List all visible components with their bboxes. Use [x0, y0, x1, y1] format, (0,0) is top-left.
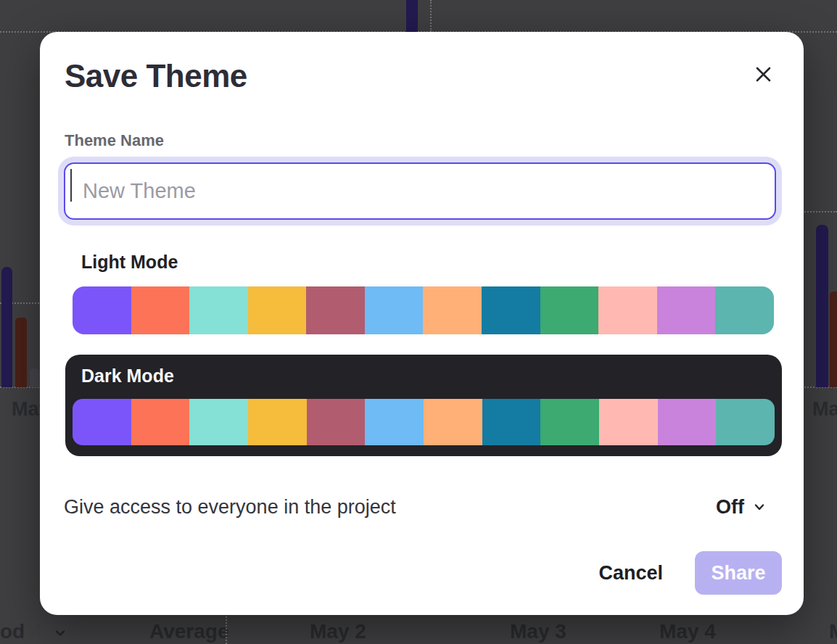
dark-mode-label: Dark Mode [81, 366, 174, 387]
close-button[interactable] [749, 59, 778, 88]
access-label: Give access to everyone in the project [64, 496, 396, 519]
x-axis-label-may3: May 3 [510, 620, 566, 643]
x-axis-label-average: Average [149, 620, 228, 643]
palette-swatch-coral [131, 399, 190, 445]
palette-swatch-seafoam [716, 399, 775, 445]
text-caret [70, 169, 72, 202]
palette-swatch-pink [598, 286, 657, 334]
light-mode-label: Light Mode [81, 252, 178, 273]
access-row: Give access to everyone in the project O… [64, 491, 767, 523]
close-icon [754, 65, 773, 84]
x-axis-label-right: Ma [812, 398, 837, 421]
chevron-down-icon [752, 500, 767, 514]
x-axis-label-may4: May 4 [659, 620, 716, 643]
palette-swatch-green [540, 286, 599, 334]
chart-bar [15, 318, 27, 387]
dialog-footer: Cancel Share [594, 551, 782, 595]
palette-swatch-sky-blue [365, 286, 424, 334]
palette-swatch-rose [307, 399, 366, 445]
palette-swatch-violet [73, 399, 131, 445]
chart-bar [1, 267, 12, 387]
chart-bar [406, 0, 418, 32]
palette-swatch-aqua [189, 399, 248, 445]
period-selector-label: od [0, 620, 25, 643]
chevron-down-icon [54, 627, 67, 640]
palette-swatch-pink [599, 399, 658, 445]
palette-swatch-ocean [482, 399, 541, 445]
palette-swatch-aqua [189, 286, 248, 334]
dark-mode-palette [73, 399, 775, 445]
palette-swatch-peach [423, 286, 482, 334]
palette-swatch-green [540, 399, 599, 445]
palette-swatch-amber [248, 399, 307, 445]
theme-name-input[interactable] [64, 162, 776, 220]
period-selector-number: 4 [30, 620, 42, 643]
dialog-title: Save Theme [65, 58, 247, 94]
palette-swatch-seafoam [715, 286, 774, 334]
dark-mode-preview: Dark Mode [65, 355, 782, 456]
access-value: Off [716, 496, 744, 519]
period-selector[interactable]: od 4 [0, 620, 67, 643]
palette-swatch-violet [73, 286, 131, 334]
chart-bar [830, 292, 837, 387]
access-toggle-dropdown[interactable]: Off [716, 496, 767, 519]
light-mode-palette [73, 286, 774, 334]
column-divider-top [430, 0, 432, 32]
cancel-button[interactable]: Cancel [594, 562, 667, 585]
palette-swatch-orchid [658, 399, 717, 445]
chart-bar [30, 368, 39, 387]
x-axis-label-may5-fragment: M [829, 620, 837, 643]
theme-name-label: Theme Name [65, 131, 164, 150]
axis-divider [226, 614, 227, 644]
save-theme-dialog: Save Theme Theme Name Light Mode Dark Mo… [40, 32, 804, 615]
palette-swatch-coral [131, 286, 190, 334]
share-button[interactable]: Share [695, 551, 782, 595]
palette-swatch-orchid [657, 286, 716, 334]
palette-swatch-amber [248, 286, 307, 334]
palette-swatch-ocean [482, 286, 540, 334]
theme-name-focus-ring [58, 157, 782, 226]
palette-swatch-rose [306, 286, 365, 334]
palette-swatch-sky-blue [365, 399, 424, 445]
x-axis-label-may2: May 2 [310, 620, 366, 643]
gridline-right [802, 211, 837, 212]
chart-bar [816, 225, 828, 387]
palette-swatch-peach [424, 399, 482, 445]
